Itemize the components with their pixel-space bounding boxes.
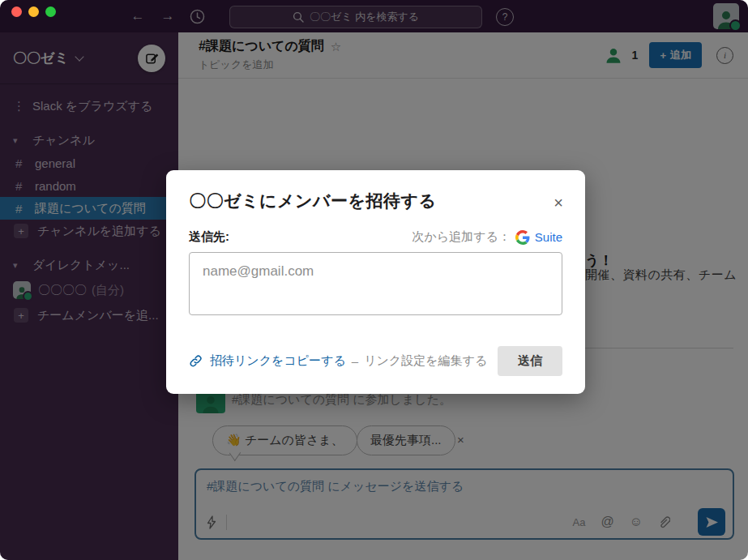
copy-invite-link-button[interactable]: 招待リンクをコピーする — [189, 353, 346, 369]
separator: – — [352, 354, 358, 368]
close-icon[interactable]: × — [554, 195, 563, 211]
link-icon — [189, 354, 203, 368]
google-logo-icon — [515, 230, 530, 245]
edit-link-settings-button[interactable]: リンク設定を編集する — [364, 353, 487, 369]
zoom-window-button[interactable] — [45, 6, 56, 17]
modal-title: 〇〇ゼミにメンバーを招待する — [189, 190, 562, 212]
add-from-label: 次から追加する： — [412, 229, 510, 245]
recipient-label: 送信先: — [189, 229, 229, 245]
window-controls — [11, 6, 56, 17]
invite-email-input[interactable] — [189, 252, 562, 315]
add-from-gsuite-link[interactable]: 次から追加する： Suite — [412, 229, 562, 245]
close-window-button[interactable] — [11, 6, 22, 17]
slack-window: ← → 〇〇ゼミ 内を検索する ? 〇〇ゼミ — [0, 0, 748, 560]
invite-members-modal: 〇〇ゼミにメンバーを招待する × 送信先: 次から追加する： Suite 招待リ… — [166, 170, 585, 394]
copy-invite-link-label: 招待リンクをコピーする — [210, 353, 346, 369]
minimize-window-button[interactable] — [28, 6, 39, 17]
send-invite-button[interactable]: 送信 — [498, 346, 562, 376]
gsuite-label: Suite — [535, 230, 562, 244]
